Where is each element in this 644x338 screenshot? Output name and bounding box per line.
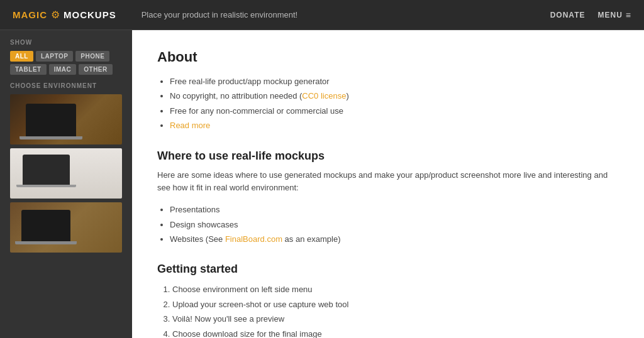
logo-mockups-text: MOCKUPS: [64, 9, 116, 20]
header-tagline: Place your product in realistic environm…: [142, 10, 550, 19]
show-section-title: SHOW: [10, 39, 122, 46]
env-image-2[interactable]: [10, 148, 122, 199]
logo-magic-text: MAGIC: [13, 9, 47, 20]
finalboard-link[interactable]: FinalBoard.com: [225, 234, 282, 244]
filter-all[interactable]: ALL: [10, 51, 33, 62]
logo: MAGIC ⚙ MOCKUPS: [13, 9, 116, 21]
getting-list: Choose environment on left side menu Upl…: [172, 282, 619, 338]
filter-tablet[interactable]: TABLET: [10, 64, 47, 75]
choose-env-title: CHOOSE ENVIRONMENT: [10, 82, 122, 89]
about-title: About: [157, 49, 619, 65]
getting-item-4: Choose download size for the final image: [172, 327, 619, 339]
menu-button[interactable]: MENU ≡: [597, 10, 631, 20]
getting-item-2: Upload your screen-shot or use capture w…: [172, 297, 619, 312]
where-list: Presentations Design showcases Websites …: [170, 202, 619, 246]
where-title: Where to use real-life mockups: [157, 150, 619, 163]
donate-button[interactable]: DONATE: [550, 11, 586, 19]
sidebar: SHOW ALL LAPTOP PHONE TABLET IMAC OTHER …: [0, 30, 132, 338]
header: MAGIC ⚙ MOCKUPS Place your product in re…: [0, 0, 644, 30]
env-image-1[interactable]: [10, 94, 122, 144]
about-item-3: Free for any non-commercial or commercia…: [170, 104, 619, 118]
where-desc: Here are some ideas where to use generat…: [157, 169, 619, 195]
filter-other[interactable]: OTHER: [79, 64, 113, 75]
filter-buttons: ALL LAPTOP PHONE TABLET IMAC OTHER: [10, 51, 122, 75]
getting-title: Getting started: [157, 263, 619, 276]
filter-phone[interactable]: PHONE: [75, 51, 109, 62]
where-item-3: Websites (See FinalBoard.com as an examp…: [170, 232, 619, 246]
about-item-2: No copyright, no attribution needed (CC0…: [170, 89, 619, 103]
filter-imac[interactable]: IMAC: [49, 64, 77, 75]
getting-item-1: Choose environment on left side menu: [172, 282, 619, 297]
menu-icon: ≡: [626, 10, 631, 20]
read-more-item: Read more: [170, 118, 619, 133]
logo-icon: ⚙: [51, 9, 60, 21]
main-layout: SHOW ALL LAPTOP PHONE TABLET IMAC OTHER …: [0, 30, 644, 338]
cc0-license-link[interactable]: CC0 license: [302, 91, 346, 101]
header-nav: DONATE MENU ≡: [550, 10, 631, 20]
where-item-1: Presentations: [170, 202, 619, 217]
read-more-link[interactable]: Read more: [170, 121, 210, 130]
about-list: Free real-life product/app mockup genera…: [170, 74, 619, 133]
env-image-3[interactable]: [10, 202, 122, 253]
filter-laptop[interactable]: LAPTOP: [36, 51, 73, 62]
content-area: About Free real-life product/app mockup …: [132, 30, 644, 338]
about-item-1: Free real-life product/app mockup genera…: [170, 74, 619, 89]
getting-item-3: Voilà! Now you'll see a preview: [172, 312, 619, 326]
where-item-2: Design showcases: [170, 217, 619, 232]
environment-images: [10, 94, 122, 253]
